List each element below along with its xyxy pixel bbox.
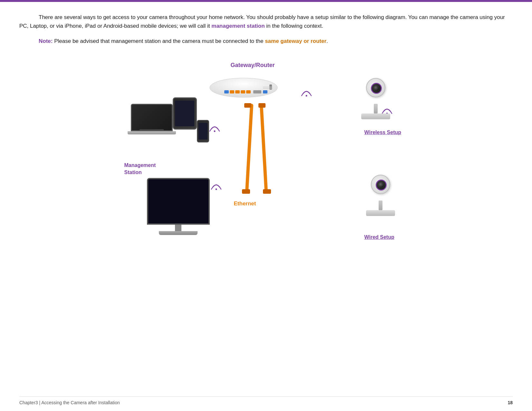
wired-camera-lens <box>376 180 387 191</box>
content-area: There are several ways to get access to … <box>19 13 513 281</box>
svg-rect-17 <box>242 189 250 194</box>
note-label: Note: <box>39 38 53 44</box>
footer-chapter-text: Chapter3 | Accessing the Camera after In… <box>19 400 120 405</box>
management-label-line2: Station <box>124 169 156 176</box>
desktop-neck <box>175 225 181 231</box>
wireless-camera-head <box>366 78 385 97</box>
management-station-highlight: management station <box>211 23 265 29</box>
wired-camera-body <box>364 175 397 201</box>
desktop-screen-inner <box>148 179 208 223</box>
footer: Chapter3 | Accessing the Camera after In… <box>19 396 513 405</box>
svg-rect-4 <box>241 90 245 93</box>
desktop-base <box>159 231 198 235</box>
svg-rect-20 <box>263 189 271 194</box>
wired-camera-lens-inner <box>379 182 384 188</box>
phone-body <box>197 120 209 142</box>
laptop-device <box>131 104 176 134</box>
svg-rect-5 <box>246 90 251 93</box>
wireless-camera-stand-neck <box>374 104 378 113</box>
router-svg <box>208 75 279 107</box>
svg-line-15 <box>247 105 252 191</box>
phone-device <box>197 120 209 142</box>
router-device <box>208 75 279 107</box>
phone-screen <box>198 123 208 140</box>
same-gateway-highlight: same gateway or router <box>265 38 326 44</box>
svg-point-0 <box>210 78 277 97</box>
wireless-camera <box>360 78 392 119</box>
svg-rect-3 <box>235 90 240 93</box>
tablet-device <box>173 97 197 130</box>
wireless-camera-stand-base <box>361 113 390 119</box>
top-bar <box>0 0 532 2</box>
wired-setup-label: Wired Setup <box>364 234 394 240</box>
svg-rect-1 <box>224 90 229 93</box>
management-station-label: Management Station <box>124 162 156 176</box>
wired-camera-head <box>371 175 390 194</box>
network-diagram: Gateway/Router <box>121 55 411 281</box>
svg-rect-2 <box>230 90 234 93</box>
tablet-screen <box>175 101 194 126</box>
laptop-base <box>128 131 176 134</box>
svg-point-11 <box>214 130 215 132</box>
svg-rect-7 <box>263 90 267 93</box>
wireless-camera-lens <box>371 83 382 94</box>
svg-point-13 <box>305 95 307 96</box>
wifi-signal-left-desktop <box>210 178 223 193</box>
desktop-device <box>147 178 210 235</box>
note-text-2: . <box>326 38 328 44</box>
wired-camera-stand-base <box>366 210 395 216</box>
laptop-screen <box>131 104 173 131</box>
management-label-line1: Management <box>124 162 156 169</box>
main-text-2: in the following context. <box>265 23 323 29</box>
wireless-camera-lens-inner <box>374 86 379 91</box>
svg-point-12 <box>215 188 217 190</box>
wifi-signal-right-router <box>300 84 313 100</box>
tablet-body <box>173 97 197 130</box>
svg-rect-6 <box>253 90 261 93</box>
desktop-screen <box>147 178 210 225</box>
ethernet-label: Ethernet <box>234 201 256 207</box>
note-paragraph: Note: Please be advised that management … <box>19 37 513 45</box>
wireless-setup-label: Wireless Setup <box>364 130 401 135</box>
wired-camera <box>364 175 397 216</box>
svg-line-18 <box>261 105 266 191</box>
gateway-label: Gateway/Router <box>231 62 275 69</box>
wireless-camera-body <box>360 78 392 104</box>
main-paragraph: There are several ways to get access to … <box>19 13 513 30</box>
note-text-1: Please be advised that management statio… <box>53 38 265 44</box>
wifi-signal-left-devices <box>208 120 221 135</box>
wired-camera-stand-neck <box>379 201 382 210</box>
footer-page-number: 18 <box>508 400 513 405</box>
